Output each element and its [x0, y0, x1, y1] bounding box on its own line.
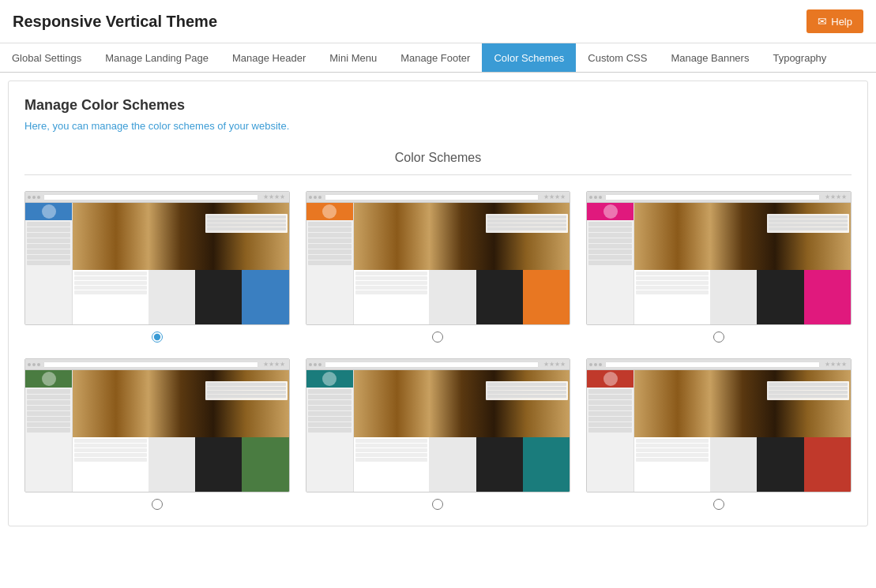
preview-nav-item: [588, 400, 632, 405]
overlay-line: [487, 391, 566, 394]
preview-nav-item: [588, 238, 632, 243]
scheme-preview-orange[interactable]: ★★★★: [306, 191, 571, 325]
nav-tab-manage-footer[interactable]: Manage Footer: [389, 43, 482, 72]
preview-main-red: [634, 370, 851, 492]
preview-nav-item: [588, 411, 632, 416]
preview-card-line: [74, 276, 147, 280]
page-header: Responsive Vertical Theme ✉ Help: [0, 0, 876, 43]
preview-card-line: [355, 444, 428, 448]
browser-stars: ★★★★: [823, 361, 848, 368]
scheme-preview-blue[interactable]: ★★★★: [24, 191, 290, 325]
nav-tab-manage-banners[interactable]: Manage Banners: [659, 43, 761, 72]
preview-card-line: [355, 439, 428, 443]
swatch-accent-teal: [523, 437, 570, 492]
preview-hero-blue: [73, 203, 289, 270]
preview-hero-green: [73, 370, 289, 437]
nav-tab-manage-header[interactable]: Manage Header: [220, 43, 318, 72]
browser-dot: [28, 196, 31, 199]
preview-nav-item: [308, 260, 352, 265]
preview-nav-item: [27, 260, 70, 265]
browser-dot: [599, 196, 602, 199]
preview-nav-item: [27, 227, 70, 232]
preview-main-blue: [73, 203, 289, 324]
scheme-preview-teal[interactable]: ★★★★: [306, 358, 571, 492]
scheme-preview-red[interactable]: ★★★★: [586, 358, 852, 492]
browser-stars: ★★★★: [261, 193, 287, 200]
overlay-line: [487, 387, 566, 390]
swatch-accent-red: [804, 437, 851, 492]
preview-sidebar-nav-orange: [306, 220, 353, 324]
preview-overlay-pink: [767, 214, 849, 233]
browser-addressbar: [43, 194, 258, 200]
preview-main-pink: [634, 203, 851, 324]
swatch-light-green: [149, 437, 195, 492]
preview-nav-item: [588, 227, 632, 232]
preview-nav-item: [588, 395, 632, 399]
nav-tab-typography[interactable]: Typography: [761, 43, 838, 72]
swatch-dark-pink: [757, 270, 803, 324]
browser-dot: [37, 363, 40, 366]
preview-nav-item: [588, 233, 632, 238]
browser-dot: [318, 363, 321, 366]
preview-card-line: [636, 272, 709, 275]
overlay-line: [769, 223, 848, 227]
preview-topbar-orange: ★★★★: [306, 192, 570, 203]
overlay-line: [769, 219, 848, 223]
overlay-line: [207, 387, 286, 390]
preview-overlay-green: [205, 381, 288, 400]
scheme-radio-pink[interactable]: [713, 331, 724, 343]
overlay-line: [207, 223, 286, 227]
browser-dot: [32, 363, 36, 366]
swatch-dark-green: [195, 437, 242, 492]
browser-dot: [314, 196, 317, 199]
preview-nav-item: [588, 222, 632, 227]
preview-bottom-pink: [634, 270, 851, 324]
preview-sidebar-nav-pink: [587, 220, 634, 324]
preview-sidebar-header-blue: [25, 203, 72, 220]
preview-card-line: [74, 286, 147, 290]
nav-tab-mini-menu[interactable]: Mini Menu: [318, 43, 389, 72]
scheme-preview-green[interactable]: ★★★★: [24, 358, 290, 492]
nav-tab-custom-css[interactable]: Custom CSS: [576, 43, 659, 72]
preview-nav-item: [27, 244, 70, 249]
preview-card-line: [355, 272, 428, 275]
scheme-radio-green[interactable]: [152, 499, 163, 510]
browser-dot: [589, 196, 592, 199]
nav-tab-global-settings[interactable]: Global Settings: [0, 43, 93, 72]
preview-sidebar-green: [25, 370, 73, 492]
swatch-accent-pink: [804, 270, 851, 324]
scheme-item-orange: ★★★★: [306, 191, 571, 343]
scheme-radio-orange[interactable]: [432, 331, 443, 343]
preview-body-teal: [306, 370, 570, 492]
scheme-preview-pink[interactable]: ★★★★: [586, 191, 852, 325]
preview-sidebar-header-orange: [306, 203, 353, 220]
preview-hero-orange: [354, 203, 570, 270]
browser-addressbar: [43, 361, 258, 368]
preview-card-line: [74, 458, 147, 462]
browser-dot: [309, 363, 312, 366]
section-title: Manage Color Schemes: [24, 97, 852, 114]
nav-tab-manage-landing-page[interactable]: Manage Landing Page: [93, 43, 220, 72]
nav-tab-color-schemes[interactable]: Color Schemes: [482, 43, 576, 72]
content-area: Manage Color Schemes Here, you can manag…: [8, 81, 868, 526]
preview-card-line: [636, 276, 709, 280]
preview-nav-item: [588, 417, 632, 421]
preview-nav-item: [27, 238, 70, 243]
overlay-line: [769, 387, 848, 390]
preview-nav-item: [308, 233, 352, 238]
preview-sidebar-header-red: [587, 370, 634, 388]
preview-topbar-pink: ★★★★: [587, 192, 851, 203]
scheme-radio-blue[interactable]: [152, 331, 163, 343]
help-button[interactable]: ✉ Help: [806, 9, 863, 33]
preview-bottom-blue: [73, 270, 289, 324]
preview-sidebar-red: [587, 370, 634, 492]
scheme-radio-red[interactable]: [713, 499, 724, 510]
preview-main-orange: [354, 203, 570, 324]
scheme-radio-teal[interactable]: [432, 499, 443, 510]
nav-tabs: Global SettingsManage Landing PageManage…: [0, 43, 876, 73]
preview-sidebar-nav-green: [25, 388, 72, 492]
preview-card-line: [355, 290, 428, 294]
overlay-line: [487, 215, 566, 219]
preview-body-pink: [587, 203, 851, 324]
preview-nav-item: [308, 411, 352, 416]
